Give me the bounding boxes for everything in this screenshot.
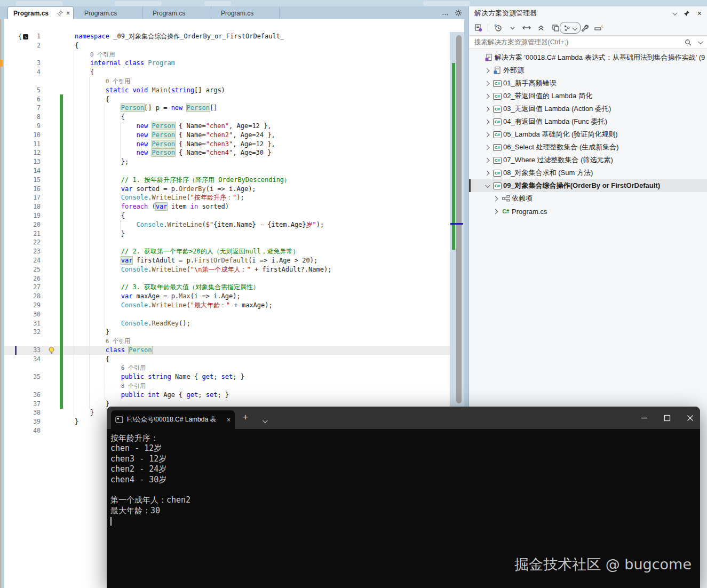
- tab-program-cs-inactive[interactable]: Program.cs: [75, 7, 143, 19]
- tree-item[interactable]: C#02_带返回值的 Lambda 简化: [469, 90, 707, 102]
- pin-icon[interactable]: [684, 10, 690, 17]
- close-icon[interactable]: ×: [227, 416, 231, 424]
- chevron-right-icon[interactable]: [482, 120, 491, 124]
- collapse-all-icon[interactable]: [536, 23, 546, 33]
- chevron-down-icon[interactable]: [672, 10, 678, 15]
- switch-views-icon[interactable]: [473, 23, 483, 33]
- code-line: 30: [4, 310, 450, 319]
- scrollbar-thumb[interactable]: [456, 35, 462, 403]
- chevron-right-icon[interactable]: [482, 158, 491, 162]
- chevron-down-icon[interactable]: [698, 39, 703, 44]
- gear-icon[interactable]: [455, 9, 462, 17]
- tree-item[interactable]: C#04_有返回值 Lambda (Func 委托): [469, 115, 707, 128]
- chevron-right-icon[interactable]: [482, 171, 491, 175]
- tab-program-cs-inactive[interactable]: Program.cs: [211, 7, 280, 19]
- left-edge-marker: [0, 60, 3, 67]
- code-line: 10 new Person { Name="chen2", Age=24 },: [4, 131, 450, 140]
- overview-caret-mark: [450, 223, 463, 225]
- chevron-right-icon[interactable]: [482, 69, 491, 73]
- csproj-icon: C#: [491, 182, 503, 189]
- maximize-icon[interactable]: [664, 415, 671, 422]
- csproj-icon: C#: [491, 170, 503, 177]
- code-editor[interactable]: 1namespace _09_对象集合综合操作_OrderBy_or_First…: [4, 32, 450, 435]
- codelens-references[interactable]: 6 个引用: [106, 338, 130, 345]
- chevron-down-icon[interactable]: [507, 23, 517, 33]
- tree-item-selected[interactable]: C#09_对象集合综合操作(OrderBy or FirstOrDefault): [469, 179, 707, 192]
- code-line: 28 var maxAge = p.Max(i => i.Age);: [4, 292, 450, 301]
- chevron-down-icon[interactable]: [263, 416, 266, 425]
- code-line: 21 }: [4, 229, 450, 239]
- codelens-references[interactable]: 0 个引用: [106, 78, 130, 85]
- codelens-row: 0 个引用: [4, 77, 450, 86]
- chevron-right-icon[interactable]: [482, 94, 491, 98]
- lightbulb-icon[interactable]: [48, 346, 55, 354]
- solution-search-box[interactable]: 搜索解决方案资源管理器(Ctrl+;): [469, 35, 707, 49]
- tree-item-label: 07_Where 过滤整数集合 (筛选元素): [503, 155, 613, 165]
- tree-item-label: 外部源: [503, 66, 524, 75]
- tab-program-cs-active[interactable]: Program.cs ×: [7, 6, 74, 19]
- close-icon[interactable]: [687, 415, 694, 422]
- pending-changes-icon[interactable]: [493, 23, 503, 33]
- ghost-tab: [16, 1, 63, 6]
- close-icon[interactable]: ×: [697, 9, 702, 18]
- pin-icon[interactable]: [57, 10, 63, 16]
- chevron-down-icon[interactable]: [482, 184, 491, 188]
- code-line: 23 // 2. 获取第一个年龄>20的人（无则返回null，避免异常）: [4, 247, 450, 256]
- vs-window: Program.cs × Program.csProgram.csProgram…: [0, 0, 707, 588]
- csproj-icon: C#: [491, 93, 503, 100]
- tree-item[interactable]: C#08_对象集合求和 (Sum 方法): [469, 166, 707, 179]
- preview-pane-icon[interactable]: [594, 23, 603, 33]
- chevron-right-icon[interactable]: [490, 197, 500, 201]
- tab-program-cs-inactive[interactable]: Program.cs: [143, 7, 211, 19]
- code-line: 33 class Person: [4, 346, 450, 355]
- tree-item[interactable]: C#03_无返回值 Lambda (Action 委托): [469, 102, 707, 115]
- tree-item-label: Program.cs: [512, 208, 547, 216]
- tree-item-label: 01_新手高频错误: [503, 78, 557, 88]
- minimize-icon[interactable]: [641, 415, 648, 422]
- tab-label: Program.cs: [153, 10, 185, 17]
- tree-item[interactable]: C#07_Where 过滤整数集合 (筛选元素): [469, 154, 707, 166]
- code-line: 5 static void Main(string[] args): [4, 86, 450, 95]
- outline-brace-icon[interactable]: {↘: [18, 33, 28, 41]
- code-line: 3 internal class Program: [4, 59, 450, 68]
- codelens-references[interactable]: 8 个引用: [121, 383, 146, 390]
- chevron-right-icon[interactable]: [482, 146, 491, 149]
- chevron-right-icon[interactable]: [482, 133, 491, 137]
- chevron-right-icon[interactable]: [490, 210, 500, 213]
- preview-copies-icon[interactable]: [551, 23, 560, 33]
- chevron-right-icon[interactable]: [482, 107, 491, 111]
- codelens-references[interactable]: 0 个引用: [90, 51, 115, 58]
- left-edge-strip: [0, 19, 1, 588]
- codelens-references[interactable]: 6 个引用: [121, 364, 146, 371]
- tree-item[interactable]: C#Program.cs: [469, 205, 707, 218]
- toolbar-separator: [488, 23, 488, 32]
- terminal-tab-title: F:\公众号\00018.C# Lambda 表: [127, 415, 223, 424]
- tree-item[interactable]: 解决方案 '00018.C# Lambda 表达式：从基础用法到集合操作实战' …: [469, 51, 707, 64]
- code-line: 11 new Person { Name="chen3", Age=12 },: [4, 140, 450, 149]
- tree-item-label: 依赖项: [512, 194, 533, 203]
- code-line: 8 {: [4, 113, 450, 122]
- terminal-titlebar[interactable]: F:\公众号\00018.C# Lambda 表 × +: [107, 407, 700, 429]
- terminal-tab[interactable]: F:\公众号\00018.C# Lambda 表 ×: [111, 410, 235, 429]
- tab-overflow-icon[interactable]: …: [442, 10, 449, 15]
- tree-item[interactable]: C#06_Select 处理整数集合 (生成新集合): [469, 141, 707, 154]
- overview-change-marks: [452, 63, 455, 250]
- tree-item[interactable]: 外部源: [469, 64, 707, 77]
- scope-view-icon[interactable]: [565, 23, 575, 33]
- new-tab-icon[interactable]: +: [243, 412, 248, 423]
- solution-explorer-title: 解决方案资源管理器: [474, 9, 672, 18]
- sync-active-icon[interactable]: [522, 23, 531, 33]
- code-line: 27 // 3. 获取年龄最大值（对象集合需指定属性）: [4, 283, 450, 292]
- tree-item[interactable]: 依赖项: [469, 192, 707, 205]
- chevron-right-icon[interactable]: [482, 82, 491, 85]
- terminal-line: 按年龄升序：: [110, 433, 700, 443]
- close-icon[interactable]: ×: [66, 10, 70, 17]
- tree-item[interactable]: C#05_Lambda 基础简化 (验证简化规则): [469, 128, 707, 141]
- tree-item-label: 03_无返回值 Lambda (Action 委托): [503, 104, 611, 114]
- search-icon[interactable]: [685, 39, 692, 46]
- tree-item[interactable]: C#01_新手高频错误: [469, 77, 707, 90]
- terminal-output[interactable]: 按年龄升序：chen - 12岁chen3 - 12岁chen2 - 24岁ch…: [107, 429, 700, 526]
- code-line: 15 // 1. 按年龄升序排序（降序用 OrderByDescending）: [4, 176, 450, 185]
- properties-wrench-icon[interactable]: [579, 23, 589, 33]
- code-line: 36 public int Age { get; set; }: [4, 391, 450, 400]
